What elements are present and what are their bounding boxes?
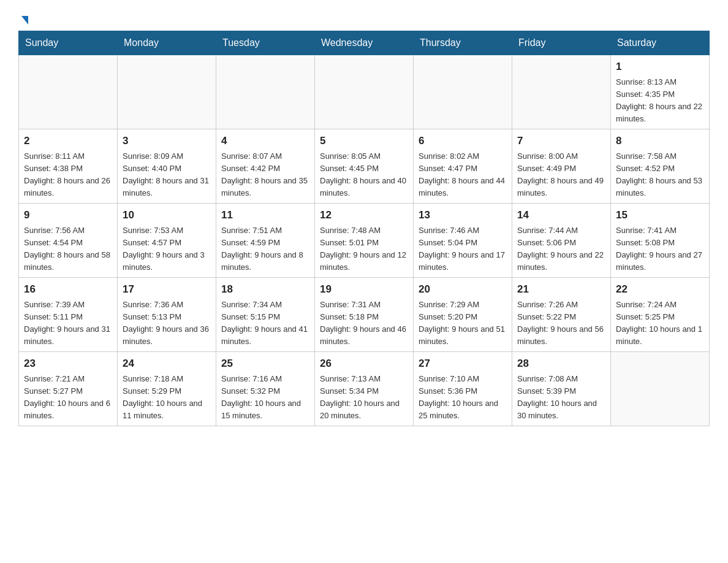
calendar-cell: 5Sunrise: 8:05 AM Sunset: 4:45 PM Daylig… xyxy=(315,129,414,204)
calendar-cell: 23Sunrise: 7:21 AM Sunset: 5:27 PM Dayli… xyxy=(19,352,118,426)
calendar-body: 1Sunrise: 8:13 AM Sunset: 4:35 PM Daylig… xyxy=(19,55,710,426)
calendar-cell: 20Sunrise: 7:29 AM Sunset: 5:20 PM Dayli… xyxy=(414,278,512,352)
day-number: 23 xyxy=(24,356,112,372)
day-number: 27 xyxy=(419,356,507,372)
day-info: Sunrise: 7:44 AM Sunset: 5:06 PM Dayligh… xyxy=(517,224,605,274)
day-header-wednesday: Wednesday xyxy=(315,31,414,55)
day-number: 1 xyxy=(616,59,704,75)
day-info: Sunrise: 7:29 AM Sunset: 5:20 PM Dayligh… xyxy=(419,299,507,348)
day-number: 22 xyxy=(616,282,704,297)
calendar-cell xyxy=(512,55,611,129)
calendar-cell: 15Sunrise: 7:41 AM Sunset: 5:08 PM Dayli… xyxy=(611,204,710,278)
calendar-week-row: 23Sunrise: 7:21 AM Sunset: 5:27 PM Dayli… xyxy=(19,352,710,426)
calendar-cell: 24Sunrise: 7:18 AM Sunset: 5:29 PM Dayli… xyxy=(118,352,216,426)
calendar-cell xyxy=(315,55,414,129)
calendar-cell xyxy=(611,352,710,426)
calendar-cell: 7Sunrise: 8:00 AM Sunset: 4:49 PM Daylig… xyxy=(512,129,611,204)
calendar-cell: 8Sunrise: 7:58 AM Sunset: 4:52 PM Daylig… xyxy=(611,129,710,204)
day-number: 10 xyxy=(123,207,211,223)
calendar-cell: 12Sunrise: 7:48 AM Sunset: 5:01 PM Dayli… xyxy=(315,204,414,278)
day-info: Sunrise: 7:34 AM Sunset: 5:15 PM Dayligh… xyxy=(221,299,309,348)
day-info: Sunrise: 7:41 AM Sunset: 5:08 PM Dayligh… xyxy=(616,224,704,274)
page-header xyxy=(18,12,710,25)
day-info: Sunrise: 8:05 AM Sunset: 4:45 PM Dayligh… xyxy=(320,150,408,200)
day-info: Sunrise: 7:13 AM Sunset: 5:34 PM Dayligh… xyxy=(320,373,408,423)
day-number: 3 xyxy=(123,133,211,149)
calendar-table: SundayMondayTuesdayWednesdayThursdayFrid… xyxy=(18,31,710,426)
day-info: Sunrise: 7:24 AM Sunset: 5:25 PM Dayligh… xyxy=(616,299,704,348)
calendar-cell xyxy=(19,55,118,129)
day-number: 15 xyxy=(616,207,704,223)
calendar-cell xyxy=(118,55,216,129)
day-info: Sunrise: 7:58 AM Sunset: 4:52 PM Dayligh… xyxy=(616,150,704,200)
day-number: 13 xyxy=(419,207,507,223)
calendar-cell: 21Sunrise: 7:26 AM Sunset: 5:22 PM Dayli… xyxy=(512,278,611,352)
day-info: Sunrise: 7:31 AM Sunset: 5:18 PM Dayligh… xyxy=(320,299,408,348)
days-of-week-row: SundayMondayTuesdayWednesdayThursdayFrid… xyxy=(19,31,710,55)
day-header-friday: Friday xyxy=(512,31,611,55)
calendar-cell: 25Sunrise: 7:16 AM Sunset: 5:32 PM Dayli… xyxy=(216,352,315,426)
day-info: Sunrise: 8:07 AM Sunset: 4:42 PM Dayligh… xyxy=(221,150,309,200)
day-header-monday: Monday xyxy=(118,31,216,55)
day-number: 26 xyxy=(320,356,408,372)
day-number: 6 xyxy=(419,133,507,149)
day-info: Sunrise: 8:11 AM Sunset: 4:38 PM Dayligh… xyxy=(24,150,112,200)
day-info: Sunrise: 8:13 AM Sunset: 4:35 PM Dayligh… xyxy=(616,76,704,126)
calendar-week-row: 1Sunrise: 8:13 AM Sunset: 4:35 PM Daylig… xyxy=(19,55,710,129)
day-header-saturday: Saturday xyxy=(611,31,710,55)
calendar-cell: 9Sunrise: 7:56 AM Sunset: 4:54 PM Daylig… xyxy=(19,204,118,278)
calendar-cell: 2Sunrise: 8:11 AM Sunset: 4:38 PM Daylig… xyxy=(19,129,118,204)
calendar-cell: 19Sunrise: 7:31 AM Sunset: 5:18 PM Dayli… xyxy=(315,278,414,352)
day-number: 28 xyxy=(517,356,605,372)
day-header-sunday: Sunday xyxy=(19,31,118,55)
day-number: 24 xyxy=(123,356,211,372)
calendar-cell: 6Sunrise: 8:02 AM Sunset: 4:47 PM Daylig… xyxy=(414,129,512,204)
day-header-tuesday: Tuesday xyxy=(216,31,315,55)
logo xyxy=(18,12,42,25)
day-number: 17 xyxy=(123,282,211,297)
day-info: Sunrise: 7:51 AM Sunset: 4:59 PM Dayligh… xyxy=(221,224,309,274)
calendar-cell: 18Sunrise: 7:34 AM Sunset: 5:15 PM Dayli… xyxy=(216,278,315,352)
day-info: Sunrise: 7:16 AM Sunset: 5:32 PM Dayligh… xyxy=(221,373,309,423)
calendar-cell xyxy=(414,55,512,129)
day-number: 7 xyxy=(517,133,605,149)
calendar-cell: 1Sunrise: 8:13 AM Sunset: 4:35 PM Daylig… xyxy=(611,55,710,129)
day-info: Sunrise: 8:02 AM Sunset: 4:47 PM Dayligh… xyxy=(419,150,507,200)
day-number: 8 xyxy=(616,133,704,149)
day-number: 19 xyxy=(320,282,408,297)
day-info: Sunrise: 8:09 AM Sunset: 4:40 PM Dayligh… xyxy=(123,150,211,200)
calendar-cell: 28Sunrise: 7:08 AM Sunset: 5:39 PM Dayli… xyxy=(512,352,611,426)
logo-triangle-icon xyxy=(21,16,28,25)
calendar-week-row: 2Sunrise: 8:11 AM Sunset: 4:38 PM Daylig… xyxy=(19,129,710,204)
calendar-cell: 11Sunrise: 7:51 AM Sunset: 4:59 PM Dayli… xyxy=(216,204,315,278)
calendar-cell: 14Sunrise: 7:44 AM Sunset: 5:06 PM Dayli… xyxy=(512,204,611,278)
calendar-cell: 22Sunrise: 7:24 AM Sunset: 5:25 PM Dayli… xyxy=(611,278,710,352)
day-number: 21 xyxy=(517,282,605,297)
day-info: Sunrise: 7:18 AM Sunset: 5:29 PM Dayligh… xyxy=(123,373,211,423)
day-info: Sunrise: 7:26 AM Sunset: 5:22 PM Dayligh… xyxy=(517,299,605,348)
calendar-week-row: 9Sunrise: 7:56 AM Sunset: 4:54 PM Daylig… xyxy=(19,204,710,278)
calendar-cell: 26Sunrise: 7:13 AM Sunset: 5:34 PM Dayli… xyxy=(315,352,414,426)
day-number: 25 xyxy=(221,356,309,372)
calendar-cell: 27Sunrise: 7:10 AM Sunset: 5:36 PM Dayli… xyxy=(414,352,512,426)
calendar-cell: 16Sunrise: 7:39 AM Sunset: 5:11 PM Dayli… xyxy=(19,278,118,352)
calendar-cell: 3Sunrise: 8:09 AM Sunset: 4:40 PM Daylig… xyxy=(118,129,216,204)
day-number: 14 xyxy=(517,207,605,223)
day-number: 16 xyxy=(24,282,112,297)
calendar-week-row: 16Sunrise: 7:39 AM Sunset: 5:11 PM Dayli… xyxy=(19,278,710,352)
calendar-cell: 4Sunrise: 8:07 AM Sunset: 4:42 PM Daylig… xyxy=(216,129,315,204)
day-number: 20 xyxy=(419,282,507,297)
day-number: 5 xyxy=(320,133,408,149)
day-header-thursday: Thursday xyxy=(414,31,512,55)
calendar-cell xyxy=(216,55,315,129)
day-number: 12 xyxy=(320,207,408,223)
day-number: 18 xyxy=(221,282,309,297)
day-number: 11 xyxy=(221,207,309,223)
day-number: 4 xyxy=(221,133,309,149)
day-number: 9 xyxy=(24,207,112,223)
calendar-header: SundayMondayTuesdayWednesdayThursdayFrid… xyxy=(19,31,710,55)
calendar-cell: 13Sunrise: 7:46 AM Sunset: 5:04 PM Dayli… xyxy=(414,204,512,278)
day-info: Sunrise: 7:56 AM Sunset: 4:54 PM Dayligh… xyxy=(24,224,112,274)
day-info: Sunrise: 7:21 AM Sunset: 5:27 PM Dayligh… xyxy=(24,373,112,423)
calendar-cell: 17Sunrise: 7:36 AM Sunset: 5:13 PM Dayli… xyxy=(118,278,216,352)
